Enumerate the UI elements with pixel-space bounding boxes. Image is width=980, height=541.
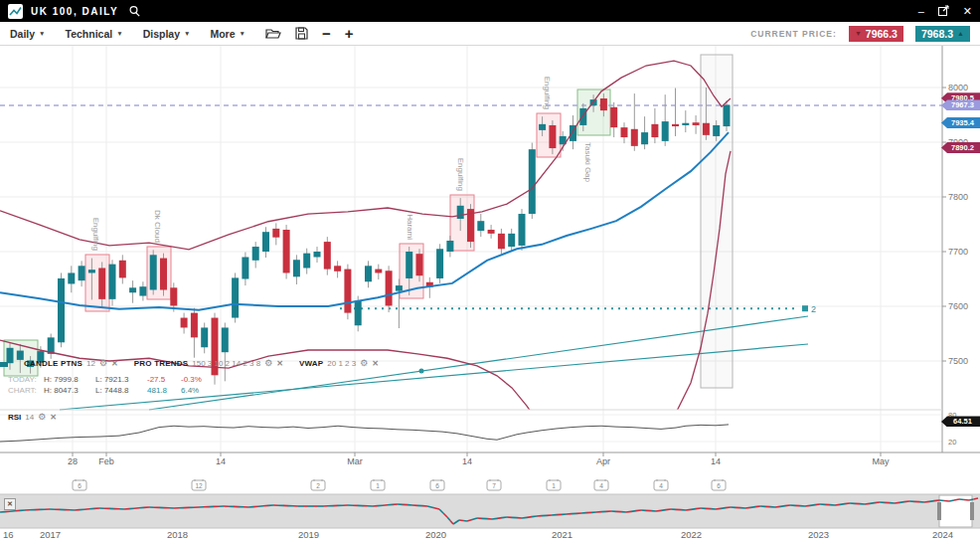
- chip-pro-trends[interactable]: PRO TRENDS150 3 10 2 14 2 3 8 ⚙✕: [134, 358, 283, 368]
- price-chart: 2EngulfingDk CloudHaramiEngulfingEngulfi…: [0, 0, 980, 541]
- svg-text:Apr: Apr: [596, 456, 610, 466]
- chevron-down-icon: ▼: [39, 30, 45, 37]
- app-logo-icon: [8, 4, 23, 19]
- svg-text:2018: 2018: [167, 529, 188, 540]
- svg-text:Mar: Mar: [347, 456, 363, 466]
- svg-text:2021: 2021: [552, 529, 572, 540]
- today-low: L: 7921.3: [95, 374, 147, 385]
- svg-text:1: 1: [552, 482, 556, 489]
- svg-text:12: 12: [195, 482, 203, 489]
- svg-text:1: 1: [376, 482, 380, 489]
- buy-price-button[interactable]: 7968.3 ▲: [915, 26, 970, 42]
- svg-text:6: 6: [435, 482, 439, 489]
- svg-text:28: 28: [68, 456, 78, 466]
- svg-text:7800: 7800: [948, 192, 968, 202]
- menu-more[interactable]: More▼: [210, 28, 245, 40]
- svg-text:2019: 2019: [298, 529, 319, 540]
- popout-icon[interactable]: [938, 5, 949, 17]
- save-icon[interactable]: [295, 27, 308, 40]
- zoom-out-button[interactable]: −: [322, 27, 331, 41]
- toolbar: Daily▼ Technical▼ Display▼ More▼ − + CUR…: [0, 22, 980, 46]
- rsi-line: [0, 425, 729, 442]
- chart-title: UK 100, DAILY: [31, 6, 118, 17]
- today-high: H: 7999.8: [44, 374, 95, 385]
- sell-price-button[interactable]: ▼ 7966.3: [849, 26, 903, 42]
- svg-text:2017: 2017: [40, 529, 61, 540]
- close-icon[interactable]: ✕: [372, 359, 379, 368]
- candles: [7, 88, 731, 385]
- navigator-close-icon[interactable]: ✕: [4, 498, 16, 510]
- indicator-chips: CANDLE PTNS12 ⚙✕ PRO TRENDS150 3 10 2 14…: [24, 358, 379, 368]
- svg-text:2022: 2022: [681, 529, 702, 540]
- session-stats: TODAY: H: 7999.8 L: 7921.3 -27.5 -0.3% C…: [8, 374, 215, 396]
- price-level-badge: 7890.2: [941, 142, 980, 153]
- svg-text:2023: 2023: [808, 529, 829, 540]
- zoom-in-button[interactable]: +: [345, 27, 354, 41]
- navigator-left-handle[interactable]: [937, 502, 941, 520]
- chevron-down-icon: ▼: [240, 30, 245, 37]
- close-icon[interactable]: ✕: [111, 359, 118, 368]
- navigator-right-handle[interactable]: [970, 502, 974, 520]
- svg-text:7500: 7500: [948, 356, 968, 366]
- svg-text:Engulfing: Engulfing: [543, 77, 552, 109]
- chart-stats-row: CHART: H: 8047.3 L: 7448.8 481.8 6.4%: [8, 385, 215, 396]
- today-change-pct: -0.3%: [181, 374, 215, 385]
- svg-text:2: 2: [316, 482, 320, 489]
- rsi-value-badge: 64.51: [941, 416, 980, 427]
- svg-text:14: 14: [711, 456, 721, 466]
- price-down-icon: ▼: [855, 30, 862, 37]
- today-stats-row: TODAY: H: 7999.8 L: 7921.3 -27.5 -0.3%: [8, 374, 215, 385]
- gear-icon[interactable]: ⚙: [264, 358, 272, 368]
- chart-change-pct: 6.4%: [181, 385, 215, 396]
- chart-high: H: 8047.3: [44, 385, 95, 396]
- chip-rsi[interactable]: RSI14 ⚙✕: [8, 412, 57, 422]
- svg-text:Tasuki Gap: Tasuki Gap: [583, 142, 592, 183]
- minimize-button[interactable]: –: [918, 6, 924, 16]
- menu-technical[interactable]: Technical▼: [66, 28, 123, 40]
- timeline-navigator[interactable]: [0, 494, 980, 528]
- svg-text:2020: 2020: [425, 529, 446, 540]
- open-folder-icon[interactable]: [265, 28, 281, 40]
- close-icon[interactable]: ✕: [276, 359, 283, 368]
- price-level-badge: 7935.4: [941, 117, 980, 128]
- chip-candle-patterns[interactable]: CANDLE PTNS12 ⚙✕: [24, 358, 118, 368]
- highlight-region[interactable]: [701, 55, 733, 388]
- trading-platform-window: 2EngulfingDk CloudHaramiEngulfingEngulfi…: [0, 0, 980, 541]
- chart-change: 481.8: [147, 385, 181, 396]
- search-icon[interactable]: [128, 5, 141, 18]
- svg-text:Harami: Harami: [406, 214, 414, 240]
- svg-text:4: 4: [599, 482, 603, 489]
- svg-text:4: 4: [659, 482, 663, 489]
- svg-text:7700: 7700: [948, 247, 968, 257]
- svg-text:14: 14: [462, 456, 472, 466]
- today-change: -27.5: [147, 374, 181, 385]
- svg-text:14: 14: [216, 456, 226, 466]
- price-up-icon: ▲: [957, 30, 964, 37]
- svg-text:Engulfing: Engulfing: [91, 218, 100, 251]
- calendar-markers[interactable]: [73, 479, 726, 490]
- gear-icon[interactable]: ⚙: [99, 358, 107, 368]
- time-axis: [73, 452, 881, 456]
- svg-text:Feb: Feb: [98, 456, 114, 466]
- chevron-down-icon: ▼: [184, 30, 190, 37]
- price-axis: [942, 88, 946, 361]
- svg-text:May: May: [872, 456, 890, 466]
- svg-text:Engulfing: Engulfing: [456, 158, 465, 191]
- chip-vwap[interactable]: VWAP20 1 2 3 ⚙✕: [299, 358, 379, 368]
- svg-text:2: 2: [811, 304, 816, 314]
- chart-low: L: 7448.8: [95, 385, 147, 396]
- close-button[interactable]: ✕: [963, 6, 972, 16]
- svg-text:6: 6: [717, 482, 721, 489]
- current-price-label: CURRENT PRICE:: [750, 29, 837, 39]
- close-icon[interactable]: ✕: [50, 413, 57, 422]
- menu-display[interactable]: Display▼: [143, 28, 191, 40]
- svg-text:6: 6: [78, 482, 82, 489]
- chevron-down-icon: ▼: [116, 30, 122, 37]
- svg-text:16: 16: [3, 529, 14, 540]
- svg-text:2024: 2024: [932, 529, 953, 540]
- svg-text:8000: 8000: [948, 83, 968, 92]
- svg-text:Dk Cloud: Dk Cloud: [153, 210, 162, 243]
- menu-timeframe[interactable]: Daily▼: [10, 28, 46, 40]
- gear-icon[interactable]: ⚙: [360, 358, 368, 368]
- gear-icon[interactable]: ⚙: [38, 412, 46, 422]
